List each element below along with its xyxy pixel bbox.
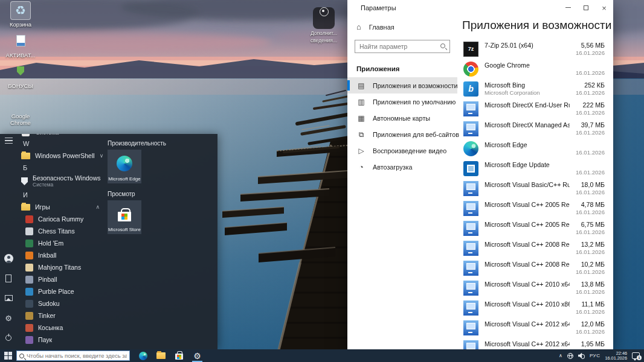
desktop-icon[interactable]: АКТИВАТ... — [1, 32, 40, 59]
minimize-button[interactable] — [559, 0, 577, 15]
installed-app-row[interactable]: Microsoft Visual C++ 2008 Redistributabl… — [462, 259, 613, 279]
spotlight-label-line1: Дополнит... — [301, 30, 347, 36]
folder-icon — [21, 153, 30, 159]
search-icon — [19, 354, 24, 358]
game-icon — [25, 300, 33, 308]
installed-app-row[interactable]: Microsoft DirectX End-User Runtime 222 М… — [462, 100, 613, 119]
app-list-item-game[interactable]: Sudoku — [17, 297, 106, 310]
settings-button[interactable] — [0, 311, 17, 325]
settings-home-link[interactable]: Главная — [347, 17, 457, 35]
start-menu-app-list: Система W Windows PowerShell ∨ Б Безопас… — [17, 134, 106, 349]
pictures-icon — [5, 295, 13, 301]
app-list-item-game[interactable]: Chess Titans — [17, 225, 106, 237]
app-list-item-game[interactable]: Purble Place — [17, 285, 106, 297]
desktop-icon[interactable]: Google Chrome — [1, 94, 40, 126]
app-list-item-game[interactable]: Pinball — [17, 273, 106, 285]
taskbar-store-button[interactable] — [172, 349, 186, 362]
installed-app-row[interactable]: Microsoft Edge 16.01.2026 — [462, 139, 613, 159]
notification-badge: 1 — [637, 355, 642, 360]
installed-app-row[interactable]: Microsoft Visual C++ 2012 x64 Additional… — [462, 319, 613, 338]
maximize-button[interactable] — [577, 0, 595, 15]
clock[interactable]: 22:46 16.01.2026 — [605, 351, 627, 361]
alphabet-header-i[interactable]: И — [17, 189, 106, 201]
settings-nav-item[interactable]: Приложения для веб-сайтов — [347, 126, 457, 142]
tray-overflow-chevron-icon[interactable]: ∧ — [559, 353, 562, 358]
app-list-item-game[interactable]: Hold 'Em — [17, 237, 106, 249]
installed-app-row[interactable]: Microsoft DirectX Managed Assemblies 39,… — [462, 119, 613, 139]
network-icon[interactable] — [567, 353, 573, 359]
taskbar-explorer-button[interactable] — [154, 349, 168, 362]
desktop-icon[interactable]: Корзина — [1, 1, 40, 28]
app-icon — [463, 300, 478, 316]
settings-nav-item[interactable]: Автономные карты — [347, 110, 457, 126]
installed-app-row[interactable]: Google Chrome 16.01.2026 — [462, 60, 613, 80]
game-icon — [25, 312, 33, 320]
chevron-down-icon: ∨ — [100, 153, 104, 159]
installed-app-row[interactable]: Microsoft Visual C++ 2005 Redistributabl… — [462, 219, 613, 239]
start-tile[interactable]: Microsoft Store — [108, 200, 141, 234]
document-icon — [5, 275, 11, 282]
volume-icon[interactable] — [578, 353, 585, 359]
settings-search-input[interactable] — [355, 40, 450, 53]
settings-nav-section-title: Приложения — [356, 65, 457, 72]
installed-app-row[interactable]: Microsoft Visual Basic/C++ Runtime (x86)… — [462, 179, 613, 199]
game-icon — [25, 252, 33, 259]
language-indicator[interactable]: РУС — [590, 353, 601, 358]
close-button[interactable] — [595, 0, 613, 15]
settings-nav-item-icon — [356, 114, 366, 122]
alphabet-header-w[interactable]: W — [17, 138, 106, 150]
tile-group-header: Просмотр — [108, 191, 214, 197]
documents-button[interactable] — [0, 272, 17, 285]
settings-nav-item[interactable]: Автозагрузка — [347, 159, 457, 175]
pictures-button[interactable] — [0, 291, 17, 305]
installed-app-row[interactable]: Microsoft Visual C++ 2005 Redistributabl… — [462, 199, 613, 219]
taskbar-edge-button[interactable] — [136, 349, 150, 362]
installed-app-row[interactable]: Microsoft Visual C++ 2010 x64 Redistribu… — [462, 279, 613, 299]
start-menu: Система W Windows PowerShell ∨ Б Безопас… — [0, 134, 217, 349]
taskbar-search-box[interactable] — [16, 351, 130, 361]
notification-center-icon[interactable]: 1 — [632, 352, 640, 359]
settings-nav-item[interactable]: Приложения по умолчанию — [347, 94, 457, 110]
installed-app-row[interactable]: Microsoft Edge Update 16.01.2026 — [462, 159, 613, 179]
settings-window: Параметры Главная Приложения Приложения … — [347, 0, 613, 349]
app-list-item-windows-powershell[interactable]: Windows PowerShell ∨ — [17, 150, 106, 162]
settings-nav-item[interactable]: Воспроизведение видео — [347, 142, 457, 159]
app-list-item-game[interactable]: Паук — [17, 334, 106, 346]
desktop-icon[interactable]: БОНУСЫ — [1, 63, 40, 89]
app-list-item-game[interactable]: Tinker — [17, 310, 106, 322]
start-tile[interactable]: Microsoft Edge — [108, 150, 141, 183]
installed-app-row[interactable]: Microsoft Bing Microsoft Corporation 252… — [462, 80, 613, 100]
settings-nav-item[interactable]: Приложения и возможности — [347, 77, 457, 94]
settings-nav-item-icon — [356, 163, 366, 171]
app-list-item-game[interactable]: Mahjong Titans — [17, 261, 106, 273]
app-icon — [463, 81, 478, 97]
installed-app-row[interactable]: Microsoft Visual C++ 2010 x86 Redistribu… — [462, 299, 613, 319]
user-account-button[interactable] — [0, 252, 17, 265]
taskbar-settings-button[interactable] — [190, 349, 204, 362]
tile-app-icon — [118, 212, 131, 221]
file-explorer-icon — [156, 352, 166, 359]
settings-nav-item-icon — [356, 98, 366, 106]
game-icon — [25, 336, 33, 344]
app-list-item-windows-security[interactable]: Безопасность Windows Система — [17, 174, 106, 189]
power-icon — [5, 335, 11, 341]
expand-menu-button[interactable] — [0, 134, 17, 147]
power-button[interactable] — [0, 331, 17, 345]
desktop-icon-label: БОНУСЫ — [1, 83, 40, 89]
app-list-item-game[interactable]: Carioca Rummy — [17, 213, 106, 225]
installed-app-row[interactable]: 7-Zip 25.01 (x64) 5,56 МБ 16.01.2026 — [462, 40, 613, 60]
app-list-item-game[interactable]: Inkball — [17, 249, 106, 261]
taskbar-search-input[interactable] — [27, 352, 127, 359]
start-button[interactable] — [0, 349, 16, 362]
game-icon — [25, 215, 33, 223]
window-titlebar[interactable]: Параметры — [347, 0, 613, 17]
app-icon — [463, 181, 478, 196]
spotlight-desktop-icon[interactable]: Дополнит... сведения... — [301, 2, 347, 43]
app-list-item-game[interactable]: Косынка — [17, 322, 106, 334]
alphabet-header-b[interactable]: Б — [17, 162, 106, 174]
maximize-icon — [584, 5, 588, 10]
installed-app-row[interactable]: Microsoft Visual C++ 2012 x64 Minimum Ru… — [462, 338, 613, 349]
app-list-item-games-folder[interactable]: Игры ∧ — [17, 201, 106, 213]
installed-app-row[interactable]: Microsoft Visual C++ 2008 Redistributabl… — [462, 239, 613, 259]
game-icon — [25, 264, 33, 272]
